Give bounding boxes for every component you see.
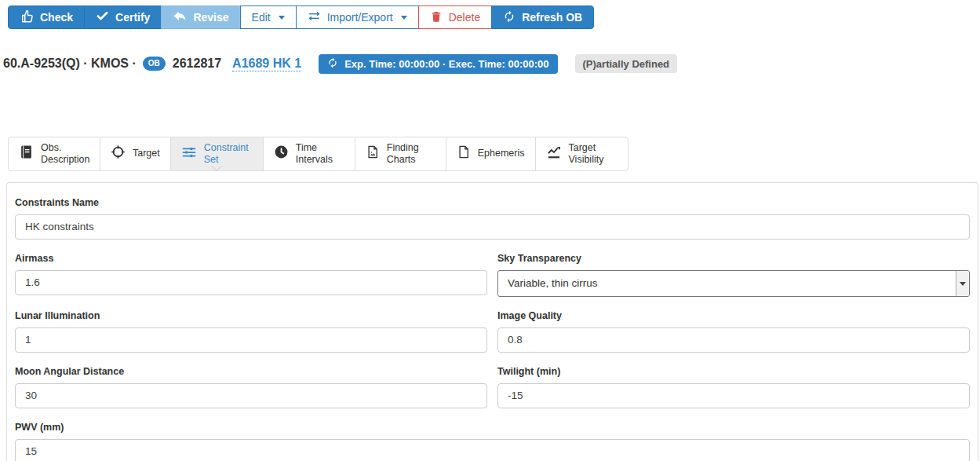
refresh-icon [327,57,338,71]
refresh-ob-button[interactable]: Refresh OB [491,5,594,29]
sky-transparency-label: Sky Transparency [497,253,970,264]
tab-target-visibility[interactable]: Target Visibility [536,137,628,170]
ob-toolbar: Check Certify Revise Edit Import/Export … [8,5,594,29]
tab-label: Target Visibility [569,142,618,166]
image-quality-input[interactable] [497,327,970,353]
field-image-quality: Image Quality [497,310,970,353]
chart-line-icon [546,145,562,163]
field-lunar-illumination: Lunar Illumination [15,310,487,353]
caret-down-icon [401,16,407,23]
certify-button-label: Certify [115,11,150,24]
airmass-label: Airmass [15,253,487,264]
undo-arrow-icon [173,9,187,26]
constraint-set-panel: Constraints Name Airmass Sky Transparenc… [6,182,978,461]
caret-down-icon [279,16,285,23]
revise-button-label: Revise [193,11,228,24]
exec-time-label: Exp. Time: 00:00:00 · Exec. Time: 00:00:… [344,58,548,70]
field-sky-transparency: Sky Transparency Variable, thin cirrus [497,253,970,297]
certify-button[interactable]: Certify [84,5,162,29]
twilight-min-label: Twilight (min) [497,366,970,377]
tab-label: Target [133,148,160,159]
program-id: 60.A-9253(Q) · KMOS · [3,57,137,71]
refresh-ob-button-label: Refresh OB [522,11,582,24]
tab-label: Time Intervals [296,142,344,166]
ob-tabbar: Obs. Description Target Constraint Set T… [8,137,628,171]
revise-button[interactable]: Revise [161,5,240,29]
tab-time-intervals[interactable]: Time Intervals [264,137,355,170]
tab-finding-charts[interactable]: Finding Charts [355,137,446,170]
tab-label: Obs. Description [41,142,89,166]
field-twilight-min: Twilight (min) [497,366,970,408]
exec-time-badge[interactable]: Exp. Time: 00:00:00 · Exec. Time: 00:00:… [319,54,557,74]
delete-button-label: Delete [449,11,480,24]
sliders-icon [181,145,197,163]
pwv-mm-label: PWV (mm) [15,422,970,433]
lunar-illumination-input[interactable] [15,327,487,353]
ob-name-link[interactable]: A1689 HK 1 [232,57,301,71]
import-export-button-label: Import/Export [327,11,393,24]
tab-label: Finding Charts [387,142,435,166]
field-moon-angular-distance: Moon Angular Distance [15,366,487,408]
tab-ephemeris[interactable]: Ephemeris [446,137,536,170]
book-icon [19,145,34,163]
edit-dropdown-button[interactable]: Edit [240,5,297,29]
ob-id: 2612817 [173,57,221,71]
sky-transparency-value: Variable, thin cirrus [498,271,956,296]
tab-label: Constraint Set [204,142,253,166]
moon-angular-distance-label: Moon Angular Distance [15,366,487,377]
check-icon [96,9,109,25]
clock-icon [274,145,289,163]
swap-arrows-icon [308,9,321,25]
constraints-name-label: Constraints Name [15,197,970,208]
check-button[interactable]: Check [8,5,85,29]
target-crosshair-icon [111,145,126,163]
tab-constraint-set[interactable]: Constraint Set [171,137,264,170]
twilight-min-input[interactable] [497,383,970,408]
import-export-dropdown-button[interactable]: Import/Export [296,5,419,29]
file-image-icon [366,145,380,163]
tab-obs-description[interactable]: Obs. Description [9,137,100,170]
pwv-mm-input[interactable] [15,439,970,461]
ob-badge: OB [143,57,166,71]
lunar-illumination-label: Lunar Illumination [15,310,487,321]
field-constraints-name: Constraints Name [15,197,970,240]
sky-transparency-select[interactable]: Variable, thin cirrus [497,270,970,297]
file-icon [457,145,471,163]
delete-button[interactable]: Delete [418,5,492,29]
edit-button-label: Edit [252,11,271,24]
tab-target[interactable]: Target [100,137,171,170]
select-dropdown-strip[interactable] [956,271,969,296]
airmass-input[interactable] [15,270,487,295]
ob-header: 60.A-9253(Q) · KMOS · OB 2612817 A1689 H… [3,53,980,74]
thumbs-up-icon [20,9,34,26]
moon-angular-distance-input[interactable] [15,383,487,408]
field-pwv-mm: PWV (mm) [15,422,970,461]
caret-down-icon [960,282,966,289]
constraints-name-input[interactable] [15,214,970,240]
refresh-icon [503,10,516,25]
field-airmass: Airmass [15,253,487,297]
tab-label: Ephemeris [478,148,525,159]
image-quality-label: Image Quality [497,310,970,321]
check-button-label: Check [40,11,73,24]
trash-icon [430,10,443,25]
status-badge: (P)artially Defined [575,54,678,73]
